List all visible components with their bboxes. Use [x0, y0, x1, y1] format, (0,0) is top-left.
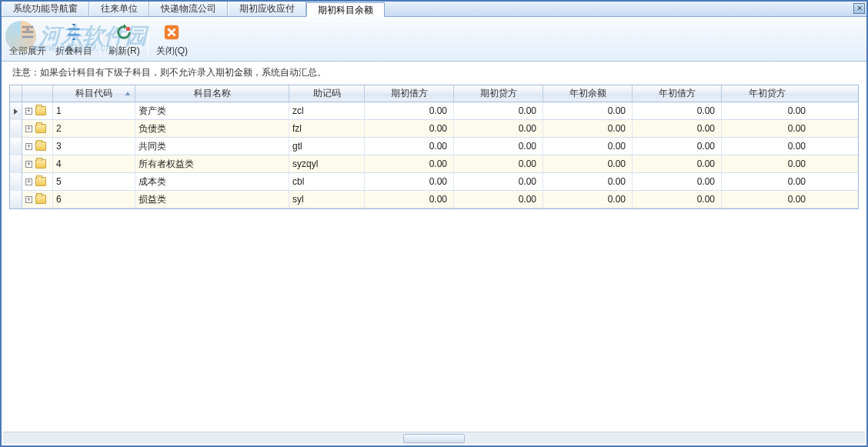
- cell-mnemonic[interactable]: fzl: [289, 120, 365, 137]
- cell-mnemonic[interactable]: zcl: [289, 102, 365, 119]
- cell-year-credit[interactable]: 0.00: [722, 173, 812, 190]
- cell-year-debit[interactable]: 0.00: [633, 173, 722, 190]
- row-handle[interactable]: [10, 191, 22, 208]
- col-code[interactable]: 科目代码: [53, 85, 135, 102]
- cell-opening-debit[interactable]: 0.00: [365, 155, 454, 172]
- expand-toggle-icon[interactable]: +: [25, 196, 32, 203]
- cell-year-balance[interactable]: 0.00: [543, 120, 633, 137]
- cell-year-balance[interactable]: 0.00: [543, 155, 633, 172]
- tree-cell[interactable]: +: [22, 173, 53, 190]
- cell-opening-credit[interactable]: 0.00: [454, 102, 543, 119]
- cell-opening-credit[interactable]: 0.00: [454, 173, 543, 190]
- cell-year-credit[interactable]: 0.00: [722, 191, 812, 208]
- expand-toggle-icon[interactable]: +: [25, 108, 32, 115]
- expand-toggle-icon[interactable]: +: [25, 143, 32, 150]
- table-row[interactable]: +1资产类zcl0.000.000.000.000.00: [10, 102, 858, 120]
- cell-mnemonic[interactable]: gtl: [289, 138, 365, 155]
- cell-name[interactable]: 所有者权益类: [135, 155, 289, 172]
- cell-year-debit[interactable]: 0.00: [633, 138, 722, 155]
- tree-cell[interactable]: +: [22, 102, 53, 119]
- cell-opening-debit[interactable]: 0.00: [365, 120, 454, 137]
- table-row[interactable]: +3共同类gtl0.000.000.000.000.00: [10, 138, 858, 155]
- col-tree[interactable]: [22, 85, 53, 102]
- cell-name[interactable]: 负债类: [135, 120, 289, 137]
- cell-year-balance[interactable]: 0.00: [543, 102, 633, 119]
- svg-rect-0: [22, 25, 34, 28]
- cell-year-balance[interactable]: 0.00: [543, 138, 633, 155]
- table-row[interactable]: +2负债类fzl0.000.000.000.000.00: [10, 120, 858, 138]
- cell-mnemonic[interactable]: cbl: [289, 173, 365, 190]
- folder-icon: [35, 177, 46, 186]
- table-row[interactable]: +6损益类syl0.000.000.000.000.00: [10, 191, 858, 208]
- table-row[interactable]: +4所有者权益类syzqyl0.000.000.000.000.00: [10, 155, 858, 173]
- cell-year-credit[interactable]: 0.00: [722, 120, 812, 137]
- expand-toggle-icon[interactable]: +: [25, 125, 32, 132]
- close-icon: ✕: [856, 4, 863, 12]
- row-handle[interactable]: [10, 155, 22, 173]
- cell-opening-debit[interactable]: 0.00: [365, 102, 454, 119]
- row-handle[interactable]: [10, 120, 22, 138]
- cell-opening-debit[interactable]: 0.00: [365, 138, 454, 155]
- col-year-credit[interactable]: 年初贷方: [722, 85, 812, 102]
- cell-name[interactable]: 资产类: [135, 102, 289, 119]
- cell-code[interactable]: 6: [53, 191, 135, 208]
- tab-logistics[interactable]: 快递物流公司: [149, 2, 228, 16]
- col-name[interactable]: 科目名称: [135, 85, 289, 102]
- expand-toggle-icon[interactable]: +: [25, 178, 32, 185]
- collapse-button[interactable]: 折叠科目: [51, 19, 97, 59]
- scrollbar-thumb[interactable]: [403, 434, 465, 443]
- cell-code[interactable]: 3: [53, 138, 135, 155]
- expand-all-button[interactable]: 全部展开: [5, 19, 51, 59]
- horizontal-scrollbar[interactable]: [3, 432, 865, 444]
- col-year-debit[interactable]: 年初借方: [633, 85, 722, 102]
- tree-cell[interactable]: +: [22, 155, 53, 172]
- tree-cell[interactable]: +: [22, 138, 53, 155]
- cell-year-credit[interactable]: 0.00: [722, 102, 812, 119]
- cell-year-balance[interactable]: 0.00: [543, 191, 633, 208]
- cell-code[interactable]: 1: [53, 102, 135, 119]
- cell-name[interactable]: 成本类: [135, 173, 289, 190]
- refresh-label: 刷新(R): [108, 45, 140, 58]
- cell-opening-credit[interactable]: 0.00: [454, 138, 543, 155]
- cell-opening-credit[interactable]: 0.00: [454, 191, 543, 208]
- col-row-selector[interactable]: [10, 85, 22, 102]
- cell-opening-debit[interactable]: 0.00: [365, 191, 454, 208]
- close-button[interactable]: 关闭(Q): [152, 19, 192, 59]
- tab-account-balance[interactable]: 期初科目余额: [306, 2, 385, 17]
- cell-name[interactable]: 共同类: [135, 138, 289, 155]
- col-opening-debit[interactable]: 期初借方: [365, 85, 454, 102]
- cell-year-debit[interactable]: 0.00: [633, 120, 722, 137]
- cell-year-debit[interactable]: 0.00: [633, 191, 722, 208]
- row-handle[interactable]: [10, 102, 22, 120]
- cell-code[interactable]: 4: [53, 155, 135, 172]
- tab-nav-window[interactable]: 系统功能导航窗: [2, 2, 89, 16]
- cell-year-debit[interactable]: 0.00: [633, 102, 722, 119]
- cell-name[interactable]: 损益类: [135, 191, 289, 208]
- refresh-button[interactable]: 刷新(R): [104, 19, 145, 59]
- cell-opening-debit[interactable]: 0.00: [365, 173, 454, 190]
- cell-year-credit[interactable]: 0.00: [722, 155, 812, 172]
- row-handle[interactable]: [10, 173, 22, 191]
- tab-contacts[interactable]: 往来单位: [89, 2, 149, 16]
- cell-mnemonic[interactable]: syzqyl: [289, 155, 365, 172]
- cell-mnemonic[interactable]: syl: [289, 191, 365, 208]
- cell-code[interactable]: 2: [53, 120, 135, 137]
- tree-cell[interactable]: +: [22, 191, 53, 208]
- folder-icon: [35, 195, 46, 204]
- tab-bar: 系统功能导航窗 往来单位 快递物流公司 期初应收应付 期初科目余额 ✕: [2, 2, 866, 17]
- tab-close-button[interactable]: ✕: [853, 3, 865, 14]
- col-year-balance[interactable]: 年初余额: [543, 85, 633, 102]
- table-row[interactable]: +5成本类cbl0.000.000.000.000.00: [10, 173, 858, 191]
- col-mnemonic[interactable]: 助记码: [289, 85, 365, 102]
- tree-cell[interactable]: +: [22, 120, 53, 137]
- cell-opening-credit[interactable]: 0.00: [454, 155, 543, 172]
- cell-year-balance[interactable]: 0.00: [543, 173, 633, 190]
- expand-toggle-icon[interactable]: +: [25, 161, 32, 168]
- cell-year-credit[interactable]: 0.00: [722, 138, 812, 155]
- col-opening-credit[interactable]: 期初贷方: [454, 85, 543, 102]
- cell-year-debit[interactable]: 0.00: [633, 155, 722, 172]
- cell-code[interactable]: 5: [53, 173, 135, 190]
- tab-receivable-payable[interactable]: 期初应收应付: [228, 2, 306, 16]
- row-handle[interactable]: [10, 138, 22, 155]
- cell-opening-credit[interactable]: 0.00: [454, 120, 543, 137]
